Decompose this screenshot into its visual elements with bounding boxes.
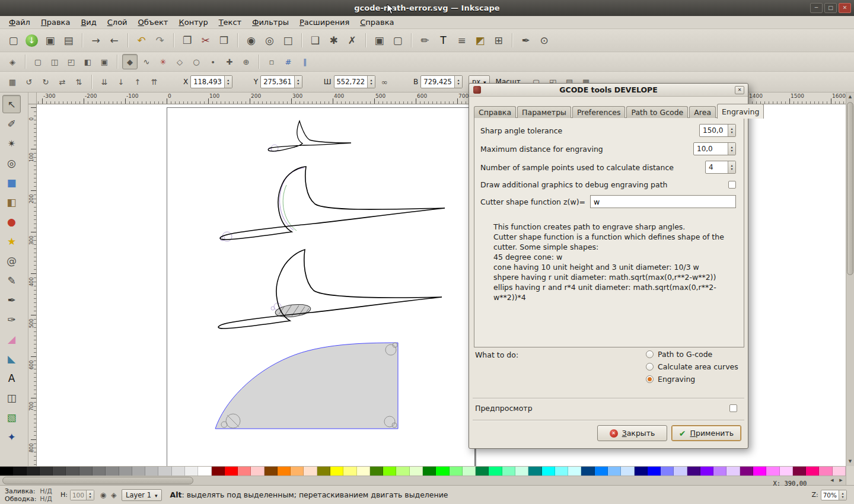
palette-swatch[interactable] bbox=[648, 467, 661, 476]
copy-button[interactable]: ❐ bbox=[179, 32, 196, 49]
menu-filters[interactable]: Фильтры bbox=[247, 17, 294, 28]
radio-button-engraving[interactable] bbox=[646, 375, 654, 383]
path-swoosh-middle[interactable] bbox=[220, 167, 445, 240]
menu-help[interactable]: Справка bbox=[355, 17, 399, 28]
menu-file[interactable]: Файл bbox=[4, 17, 36, 28]
menu-path[interactable]: Контур bbox=[173, 17, 213, 28]
ungroup-button[interactable]: ▢ bbox=[389, 32, 406, 49]
sample-points-spinbox[interactable]: 4 bbox=[705, 161, 736, 174]
tool-selector[interactable]: ↖ bbox=[2, 95, 21, 113]
tool-node-editor[interactable]: ✐ bbox=[2, 114, 21, 133]
snap-line-midpoints-button[interactable]: ∙ bbox=[205, 54, 221, 69]
tool-eraser[interactable]: ◢ bbox=[2, 330, 21, 348]
horizontal-scrollbar[interactable] bbox=[0, 476, 846, 485]
menu-layer[interactable]: Слой bbox=[102, 17, 133, 28]
menu-extensions[interactable]: Расширения bbox=[294, 17, 355, 28]
snap-bbox-centers-button[interactable]: ▣ bbox=[97, 54, 112, 69]
snap-bbox-button[interactable]: ▢ bbox=[30, 54, 46, 69]
apply-button[interactable]: Применить bbox=[671, 425, 741, 441]
palette-swatch[interactable] bbox=[370, 467, 383, 476]
spinner-arrows[interactable] bbox=[224, 76, 232, 88]
radio-area[interactable]: Calculate area curves bbox=[646, 362, 738, 371]
snap-object-centers-button[interactable]: ✚ bbox=[222, 54, 237, 69]
unlink-clone-button[interactable]: ✗ bbox=[343, 32, 361, 49]
zoom-to-page-button[interactable]: □ bbox=[279, 32, 297, 49]
snap-paths-button[interactable]: ∿ bbox=[139, 54, 154, 69]
palette-swatch[interactable] bbox=[212, 467, 225, 476]
snap-rotation-centers-button[interactable]: ⊕ bbox=[238, 54, 254, 69]
align-distribute-button[interactable]: ⊞ bbox=[490, 32, 507, 49]
debug-graphics-checkbox[interactable] bbox=[728, 181, 736, 189]
sharp-angle-spinbox[interactable]: 150,0 bbox=[699, 124, 736, 137]
palette-swatch[interactable] bbox=[185, 467, 198, 476]
import-button[interactable]: → bbox=[87, 32, 104, 49]
palette-swatch[interactable] bbox=[66, 467, 79, 476]
snap-bbox-edges-button[interactable]: ◫ bbox=[47, 54, 62, 69]
palette-swatch[interactable] bbox=[700, 467, 713, 476]
tool-dropper[interactable]: ✦ bbox=[2, 428, 21, 446]
snap-nodes-button[interactable]: ◆ bbox=[122, 54, 138, 69]
palette-swatch[interactable] bbox=[396, 467, 409, 476]
duplicate-button[interactable]: ❑ bbox=[307, 32, 324, 49]
snap-smooth-nodes-button[interactable]: ○ bbox=[189, 54, 204, 69]
palette-swatch[interactable] bbox=[291, 467, 304, 476]
palette-swatch[interactable] bbox=[251, 467, 264, 476]
undo-button[interactable]: ↶ bbox=[133, 32, 150, 49]
scroll-up-button[interactable] bbox=[846, 92, 854, 101]
w-spinbox[interactable]: 552,722 bbox=[334, 75, 376, 88]
palette-swatch[interactable] bbox=[410, 467, 423, 476]
palette-swatch[interactable] bbox=[476, 467, 489, 476]
export-button[interactable]: ← bbox=[106, 32, 123, 49]
palette-swatch[interactable] bbox=[635, 467, 648, 476]
lower-one-step-button[interactable]: ↓ bbox=[113, 74, 129, 90]
layers-dialog-button[interactable]: ≡ bbox=[453, 32, 470, 49]
open-document-button[interactable]: ↓ bbox=[23, 32, 40, 49]
palette-swatch[interactable] bbox=[13, 467, 26, 476]
tool-text[interactable]: A bbox=[2, 369, 21, 387]
snap-enabled-button[interactable]: ◈ bbox=[5, 54, 20, 69]
tab-preferences[interactable]: Preferences bbox=[572, 106, 626, 118]
max-distance-spinbox[interactable]: 10,0 bbox=[693, 142, 736, 155]
palette-swatch[interactable] bbox=[463, 467, 476, 476]
palette-swatch[interactable] bbox=[436, 467, 449, 476]
menu-view[interactable]: Вид bbox=[75, 17, 101, 28]
palette-swatch[interactable] bbox=[0, 467, 13, 476]
path-swoosh-bottom[interactable] bbox=[218, 250, 442, 328]
palette-swatch[interactable] bbox=[119, 467, 132, 476]
palette-swatch[interactable] bbox=[225, 467, 238, 476]
vertical-scrollbar[interactable] bbox=[846, 92, 854, 466]
palette-swatch[interactable] bbox=[661, 467, 674, 476]
tool-tweak[interactable]: ✴ bbox=[2, 134, 21, 152]
path-swoosh-top[interactable] bbox=[268, 121, 351, 151]
tab-options[interactable]: Параметры bbox=[517, 106, 571, 118]
snap-page-border-button[interactable]: ▫ bbox=[264, 54, 279, 69]
opacity-spinner[interactable]: 100 bbox=[70, 490, 94, 500]
palette-swatch[interactable] bbox=[726, 467, 740, 476]
raise-one-step-button[interactable]: ↑ bbox=[130, 74, 145, 90]
tool-ellipse[interactable]: ● bbox=[2, 212, 21, 231]
palette-swatch[interactable] bbox=[528, 467, 541, 476]
h-spinbox[interactable]: 729,425 bbox=[420, 75, 463, 88]
palette-swatch[interactable] bbox=[555, 467, 568, 476]
palette-swatch[interactable] bbox=[27, 467, 40, 476]
close-dialog-button[interactable]: Закрыть bbox=[597, 425, 667, 441]
palette-swatch[interactable] bbox=[93, 467, 106, 476]
stroke-value[interactable]: Н/Д bbox=[40, 495, 52, 503]
paste-button[interactable]: ❒ bbox=[215, 32, 232, 49]
preview-checkbox[interactable] bbox=[729, 404, 737, 412]
snap-guides-button[interactable]: ∥ bbox=[297, 54, 313, 69]
tool-spiral[interactable]: @ bbox=[2, 251, 21, 270]
palette-swatch[interactable] bbox=[357, 467, 370, 476]
palette-swatch[interactable] bbox=[568, 467, 581, 476]
spinner-arrows[interactable] bbox=[294, 76, 302, 88]
palette-swatch[interactable] bbox=[198, 467, 211, 476]
redo-button[interactable]: ↷ bbox=[151, 32, 168, 49]
zoom-to-selection-button[interactable]: ◉ bbox=[243, 32, 260, 49]
snap-bbox-corners-button[interactable]: ◰ bbox=[63, 54, 79, 69]
palette-swatch[interactable] bbox=[608, 467, 621, 476]
tab-area[interactable]: Area bbox=[689, 106, 716, 118]
palette-swatch[interactable] bbox=[595, 467, 608, 476]
palette-swatch[interactable] bbox=[343, 467, 356, 476]
palette-swatch[interactable] bbox=[265, 467, 278, 476]
text-dialog-button[interactable]: T bbox=[435, 32, 452, 49]
